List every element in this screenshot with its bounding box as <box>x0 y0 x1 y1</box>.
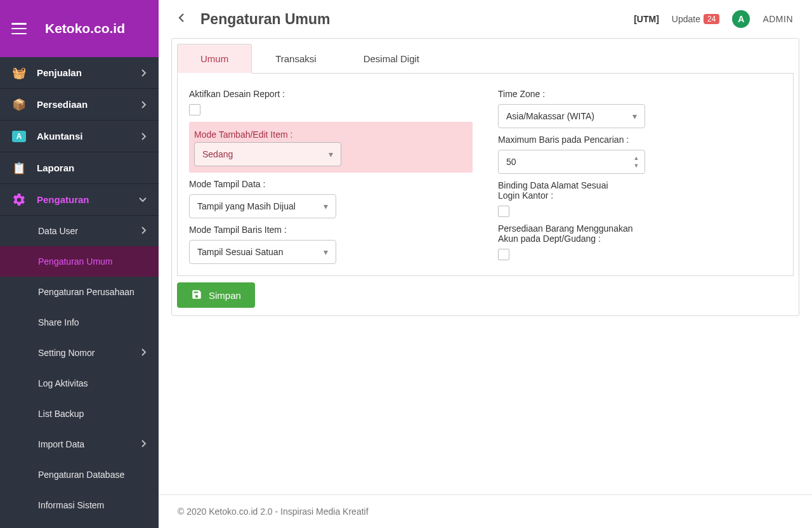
sub-item-label: Setting Nomor <box>38 348 95 358</box>
sub-item-label: Log Aktivitas <box>38 378 88 388</box>
select-value: Tampil Sesuai Satuan <box>197 247 324 257</box>
hamburger-icon[interactable] <box>11 23 27 34</box>
sub-item-setting-nomor[interactable]: Setting Nomor <box>0 338 159 368</box>
label-mode-tampil-baris: Mode Tampil Baris Item : <box>189 225 473 235</box>
ledger-icon: A <box>11 129 27 144</box>
utm-badge: [UTM] <box>634 14 659 24</box>
sub-item-informasi-sistem[interactable]: Informasi Sistem <box>0 490 159 520</box>
input-max-baris[interactable]: 50 ▲ ▼ <box>498 150 645 174</box>
sub-item-data-user[interactable]: Data User <box>0 216 159 246</box>
sidebar-item-label: Persediaan <box>37 99 131 110</box>
sidebar: Ketoko.co.id 🧺 Penjualan 📦 Persediaan A … <box>0 0 159 528</box>
sub-item-list-backup[interactable]: List Backup <box>0 399 159 429</box>
update-button[interactable]: Update 24 <box>672 14 720 24</box>
sub-item-pengaturan-database[interactable]: Pengaturan Database <box>0 459 159 490</box>
form-column-left: Aktifkan Desain Report : Mode Tambah/Edi… <box>189 85 473 264</box>
input-value: 50 <box>506 157 631 167</box>
select-mode-tampil-data[interactable]: Tampil yang Masih Dijual ▾ <box>189 194 336 218</box>
spinner-up-icon[interactable]: ▲ <box>631 154 642 162</box>
update-count-badge: 24 <box>704 14 719 24</box>
back-button[interactable] <box>178 13 185 26</box>
select-mode-tambah[interactable]: Sedang ▾ <box>194 142 341 166</box>
save-button[interactable]: Simpan <box>177 282 255 308</box>
number-spinner: ▲ ▼ <box>631 154 642 169</box>
select-mode-tampil-baris[interactable]: Tampil Sesuai Satuan ▾ <box>189 240 336 264</box>
label-binding-alamat: Binding Data Alamat Sesuai Login Kantor … <box>498 180 631 201</box>
select-timezone[interactable]: Asia/Makassar (WITA) ▾ <box>498 104 645 128</box>
brand-bar: Ketoko.co.id <box>0 0 159 57</box>
main: Pengaturan Umum [UTM] Update 24 A ADMIN … <box>159 0 812 528</box>
box-icon: 📦 <box>11 97 27 112</box>
sidebar-item-label: Laporan <box>37 162 147 173</box>
chevron-right-icon <box>141 100 147 109</box>
sidebar-item-label: Akuntansi <box>37 131 131 142</box>
sidebar-item-pengaturan[interactable]: Pengaturan <box>0 184 159 216</box>
sub-item-label: Pengaturan Umum <box>38 256 113 267</box>
sub-item-label: Pengaturan Database <box>38 470 124 480</box>
chevron-right-icon <box>141 226 147 237</box>
sub-item-log-aktivitas[interactable]: Log Aktivitas <box>0 368 159 399</box>
save-button-label: Simpan <box>209 290 241 301</box>
sidebar-subnav-pengaturan: Data User Pengaturan Umum Pengaturan Per… <box>0 216 159 520</box>
select-value: Sedang <box>202 149 329 159</box>
checkbox-binding-alamat[interactable] <box>498 206 509 217</box>
nav: 🧺 Penjualan 📦 Persediaan A Akuntansi <box>0 57 159 520</box>
checkbox-persediaan-akun[interactable] <box>498 249 509 260</box>
label-timezone: Time Zone : <box>498 89 782 99</box>
sub-item-label: Share Info <box>38 317 79 327</box>
chevron-right-icon <box>141 69 147 77</box>
chevron-down-icon: ▾ <box>329 149 333 159</box>
sidebar-item-laporan[interactable]: 📋 Laporan <box>0 152 159 184</box>
tab-body-umum: Aktifkan Desain Report : Mode Tambah/Edi… <box>177 74 794 276</box>
gear-icon <box>11 192 27 208</box>
tab-umum[interactable]: Umum <box>177 44 252 74</box>
sidebar-item-akuntansi[interactable]: A Akuntansi <box>0 121 159 152</box>
sidebar-item-penjualan[interactable]: 🧺 Penjualan <box>0 57 159 89</box>
footer: © 2020 Ketoko.co.id 2.0 - Inspirasi Medi… <box>159 494 812 528</box>
chevron-down-icon: ▾ <box>632 111 637 121</box>
chevron-down-icon: ▾ <box>324 247 328 257</box>
sub-item-pengaturan-perusahaan[interactable]: Pengaturan Perusahaan <box>0 277 159 307</box>
sub-item-label: Informasi Sistem <box>38 500 104 510</box>
card: Umum Transaksi Desimal Digit Aktifkan De… <box>171 38 799 316</box>
update-label: Update <box>672 14 700 24</box>
label-mode-tambah: Mode Tambah/Edit Item : <box>194 129 468 140</box>
tab-desimal-digit[interactable]: Desimal Digit <box>340 44 443 73</box>
clipboard-icon: 📋 <box>11 161 27 176</box>
sub-item-label: Data User <box>38 226 78 236</box>
sub-item-import-data[interactable]: Import Data <box>0 429 159 459</box>
label-max-baris: Maximum Baris pada Pencarian : <box>498 135 782 145</box>
chevron-right-icon <box>141 132 147 141</box>
topbar: Pengaturan Umum [UTM] Update 24 A ADMIN <box>159 0 812 38</box>
chevron-right-icon <box>141 348 147 359</box>
select-value: Asia/Makassar (WITA) <box>506 111 632 121</box>
save-icon <box>191 289 202 302</box>
label-aktifkan-report: Aktifkan Desain Report : <box>189 89 473 99</box>
checkbox-aktifkan-report[interactable] <box>189 104 200 116</box>
sub-item-pengaturan-umum[interactable]: Pengaturan Umum <box>0 246 159 277</box>
form-column-right: Time Zone : Asia/Makassar (WITA) ▾ Maxim… <box>498 85 782 264</box>
brand-name: Ketoko.co.id <box>38 21 147 36</box>
sidebar-item-label: Penjualan <box>37 67 131 78</box>
chevron-right-icon <box>141 439 147 450</box>
label-persediaan-akun: Persediaan Barang Menggunakan Akun pada … <box>498 223 638 244</box>
label-mode-tampil-data: Mode Tampil Data : <box>189 179 473 189</box>
select-value: Tampil yang Masih Dijual <box>197 201 324 211</box>
chevron-down-icon <box>138 197 147 203</box>
sidebar-item-persediaan[interactable]: 📦 Persediaan <box>0 89 159 121</box>
sub-item-label: List Backup <box>38 409 84 419</box>
content: Umum Transaksi Desimal Digit Aktifkan De… <box>159 38 812 494</box>
spinner-down-icon[interactable]: ▼ <box>631 162 642 169</box>
page-title: Pengaturan Umum <box>200 11 330 28</box>
basket-icon: 🧺 <box>11 65 27 81</box>
tabs: Umum Transaksi Desimal Digit <box>177 44 794 74</box>
sub-item-label: Import Data <box>38 439 84 449</box>
avatar[interactable]: A <box>732 10 750 28</box>
sidebar-item-label: Pengaturan <box>37 194 128 205</box>
sub-item-share-info[interactable]: Share Info <box>0 307 159 338</box>
user-name: ADMIN <box>763 14 793 24</box>
field-mode-tambah-highlight: Mode Tambah/Edit Item : Sedang ▾ <box>189 122 473 173</box>
tab-transaksi[interactable]: Transaksi <box>252 44 339 73</box>
chevron-down-icon: ▾ <box>324 201 328 211</box>
sub-item-label: Pengaturan Perusahaan <box>38 287 134 297</box>
